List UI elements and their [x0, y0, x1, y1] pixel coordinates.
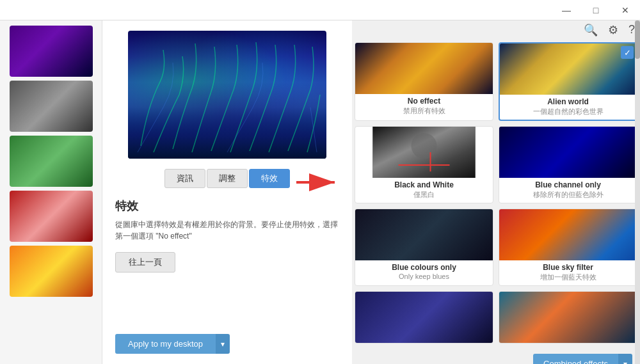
effect-card-partial1[interactable]	[355, 291, 493, 344]
combined-bar-container: Combined effects ▾	[352, 344, 640, 364]
effect-label-black-white: Black and White	[355, 178, 493, 190]
scrollbar-thumb	[635, 20, 640, 59]
effect-card-black-white[interactable]: Black and White僅黑白	[355, 126, 493, 203]
main-content: 資訊 調整 特效 特效 從圖庫中選擇特效是有權差用於你的背景。要停止使用特效，選…	[0, 20, 640, 364]
settings-icon[interactable]: ⚙	[608, 23, 618, 37]
sidebar-thumb-yellow[interactable]	[10, 246, 93, 297]
section-title: 特效	[115, 198, 138, 214]
minimize-button[interactable]: —	[552, 0, 581, 20]
effect-label-blue-colours: Blue colours only	[355, 260, 493, 273]
effect-thumb-blue-colours	[355, 209, 493, 260]
selected-badge-alien-world: ✓	[621, 46, 634, 59]
tab-info[interactable]: 資訊	[164, 169, 205, 188]
effect-card-blue-sky[interactable]: Blue sky filter增加一個藍天特效	[499, 209, 637, 286]
effect-thumb-black-white	[355, 127, 493, 178]
section-desc: 從圖庫中選擇特效是有權差用於你的背景。要停止使用特效，選擇第一個選項 "No e…	[115, 219, 339, 242]
combined-dropdown[interactable]: ▾	[618, 354, 632, 364]
effect-thumb-blue-sky	[499, 209, 637, 260]
sidebar-thumb-gray[interactable]	[10, 81, 93, 132]
sidebar-thumb-red[interactable]	[10, 191, 93, 242]
combined-button[interactable]: Combined effects	[533, 354, 618, 364]
back-button[interactable]: 往上一頁	[115, 252, 175, 273]
effect-card-alien-world[interactable]: Alien world一個超自然的彩色世界✓	[499, 42, 637, 121]
effect-thumb-blue-channel	[499, 127, 637, 178]
maximize-button[interactable]: □	[581, 0, 611, 20]
effect-sublabel-alien-world: 一個超自然的彩色世界	[500, 107, 636, 120]
effect-card-blue-channel[interactable]: Blue channel only移除所有的但藍色除外	[499, 126, 637, 203]
center-panel: 資訊 調整 特效 特效 從圖庫中選擇特效是有權差用於你的背景。要停止使用特效，選…	[102, 20, 352, 364]
effect-label-blue-sky: Blue sky filter	[499, 260, 637, 273]
effect-sublabel-blue-sky: 增加一個藍天特效	[499, 273, 637, 285]
apply-button[interactable]: Apply to my desktop	[115, 334, 216, 354]
help-icon[interactable]: ?	[628, 23, 635, 37]
effect-thumb-partial1	[355, 292, 493, 343]
effect-sublabel-blue-channel: 移除所有的但藍色除外	[499, 190, 637, 203]
sidebar-thumb-green[interactable]	[10, 136, 93, 187]
effect-card-no-effect[interactable]: No effect禁用所有特效	[355, 42, 493, 121]
apply-dropdown[interactable]: ▾	[216, 334, 230, 354]
close-button[interactable]: ✕	[611, 0, 640, 20]
effect-thumb-no-effect	[355, 43, 493, 94]
sidebar-thumb-purple[interactable]	[10, 26, 93, 77]
sidebar	[0, 20, 102, 364]
effect-thumb-partial2	[499, 292, 637, 343]
effect-label-alien-world: Alien world	[500, 95, 636, 107]
effect-card-blue-colours[interactable]: Blue colours onlyOnly keep blues	[355, 209, 493, 286]
search-icon[interactable]: 🔍	[584, 23, 598, 37]
preview-image	[128, 31, 326, 159]
title-bar: — □ ✕	[0, 0, 640, 20]
effect-sublabel-no-effect: 禁用所有特效	[355, 106, 493, 119]
svg-point-4	[412, 133, 437, 159]
effect-thumb-alien-world	[500, 44, 636, 95]
effects-grid: No effect禁用所有特效Alien world一個超自然的彩色世界✓ Bl…	[352, 42, 640, 344]
effects-header: 🔍 ⚙ ?	[352, 20, 640, 42]
tab-effects[interactable]: 特效	[249, 169, 290, 188]
effect-card-partial2[interactable]	[499, 291, 637, 344]
effect-sublabel-black-white: 僅黑白	[355, 190, 493, 203]
red-arrow	[293, 166, 344, 201]
tab-adjust[interactable]: 調整	[207, 169, 248, 188]
tab-bar: 資訊 調整 特效	[164, 169, 290, 188]
effect-label-no-effect: No effect	[355, 94, 493, 106]
scrollbar-right[interactable]	[635, 20, 640, 364]
effect-sublabel-blue-colours: Only keep blues	[355, 273, 493, 283]
effect-label-blue-channel: Blue channel only	[499, 178, 637, 190]
effects-panel-wrapper: 🔍 ⚙ ? No effect禁用所有特效Alien world一個超自然的彩色…	[352, 20, 640, 364]
apply-bar: Apply to my desktop ▾	[115, 334, 230, 354]
